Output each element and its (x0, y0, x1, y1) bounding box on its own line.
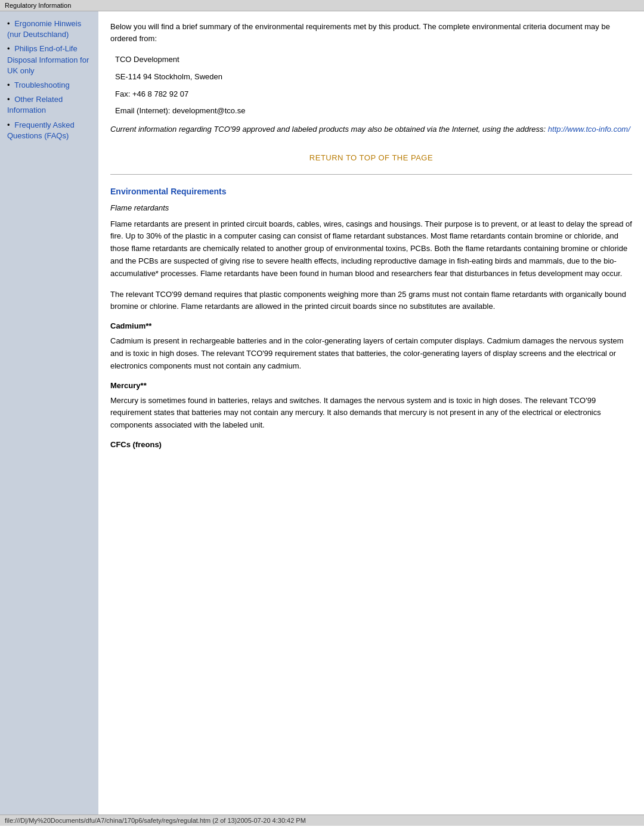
cfcs-heading: CFCs (freons) (110, 440, 632, 449)
address-line2: SE-114 94 Stockholm, Sweden (115, 71, 632, 83)
italic-note: Current information regarding TCO'99 app… (110, 123, 632, 135)
tco-info-link[interactable]: http://www.tco-info.com/ (548, 125, 630, 134)
flame-para-2: The relevant TCO'99 demand requires that… (110, 289, 632, 314)
sidebar-item-troubleshooting: • Troubleshooting (7, 80, 94, 91)
mercury-heading: Mercury** (110, 381, 632, 390)
address-line4: Email (Internet): development@tco.se (115, 105, 632, 117)
italic-note-text: Current information regarding TCO'99 app… (110, 125, 548, 134)
address-line4-block: Email (Internet): development@tco.se (115, 105, 632, 117)
flame-para-1: Flame retardants are present in printed … (110, 218, 632, 280)
sidebar-link-other-related[interactable]: Other Related Information (7, 95, 63, 114)
bullet-icon: • (7, 18, 10, 29)
sidebar-item-other-related: • Other Related Information (7, 94, 94, 116)
title-text: Regulatory Information (5, 2, 71, 9)
main-content: Below you will find a brief summary of t… (98, 11, 644, 815)
sidebar-item-faqs: • Frequently Asked Questions (FAQs) (7, 120, 94, 141)
address-block: TCO Development (115, 54, 632, 66)
address-line1: TCO Development (115, 54, 632, 66)
divider (110, 174, 632, 175)
sidebar-link-ergonomie[interactable]: Ergonomie Hinweis (nur Deutschland) (7, 19, 81, 39)
cadmium-para: Cadmium is present in rechargeable batte… (110, 335, 632, 372)
intro-paragraph: Below you will find a brief summary of t… (110, 21, 632, 44)
address-line3: Fax: +46 8 782 92 07 (115, 88, 632, 101)
sidebar-link-faqs[interactable]: Frequently Asked Questions (FAQs) (7, 120, 75, 140)
status-text: file:///D|/My%20Documents/dfu/A7/china/1… (5, 817, 306, 824)
sidebar-link-troubleshooting[interactable]: Troubleshooting (14, 80, 70, 89)
title-bar: Regulatory Information (0, 0, 644, 11)
address-line2-block: SE-114 94 Stockholm, Sweden (115, 71, 632, 83)
env-requirements-heading: Environmental Requirements (110, 187, 632, 196)
status-bar: file:///D|/My%20Documents/dfu/A7/china/1… (0, 815, 644, 826)
sidebar-link-philips[interactable]: Philips End-of-Life Disposal Information… (7, 44, 89, 75)
sidebar-item-ergonomie: • Ergonomie Hinweis (nur Deutschland) (7, 18, 94, 40)
return-to-top-link[interactable]: RETURN TO TOP OF THE PAGE (309, 153, 433, 162)
address-line3-block: Fax: +46 8 782 92 07 (115, 88, 632, 101)
bullet-icon: • (7, 94, 10, 105)
return-to-top-section: RETURN TO TOP OF THE PAGE (110, 153, 632, 162)
sidebar-item-philips: • Philips End-of-Life Disposal Informati… (7, 44, 94, 76)
bullet-icon: • (7, 80, 10, 91)
flame-retardants-subheading: Flame retardants (110, 203, 632, 212)
mercury-para: Mercury is sometimes found in batteries,… (110, 395, 632, 432)
bullet-icon: • (7, 44, 10, 54)
bullet-icon: • (7, 120, 10, 131)
sidebar-nav: • Ergonomie Hinweis (nur Deutschland) • … (7, 18, 94, 141)
cadmium-heading: Cadmium** (110, 321, 632, 330)
sidebar: • Ergonomie Hinweis (nur Deutschland) • … (0, 11, 98, 815)
env-requirements-section: Environmental Requirements Flame retarda… (110, 187, 632, 449)
